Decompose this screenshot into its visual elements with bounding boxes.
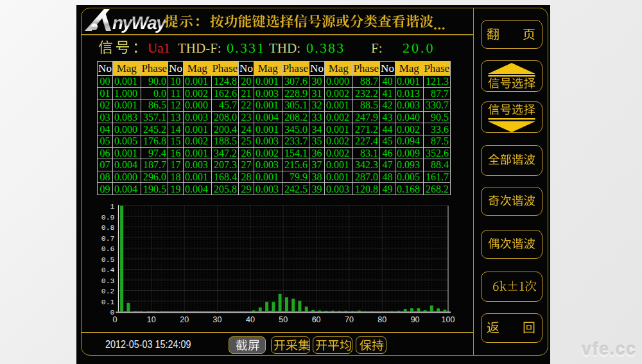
svg-text:0.8: 0.8 bbox=[101, 223, 115, 232]
svg-text:0.3: 0.3 bbox=[101, 277, 115, 285]
svg-text:0.2: 0.2 bbox=[101, 287, 115, 295]
svg-text:0.6: 0.6 bbox=[101, 245, 115, 253]
svg-text:1: 1 bbox=[110, 202, 115, 211]
svg-text:20: 20 bbox=[180, 315, 189, 324]
svg-text:70: 70 bbox=[345, 315, 354, 324]
svg-text:0.4: 0.4 bbox=[101, 266, 115, 274]
svg-text:60: 60 bbox=[312, 315, 321, 324]
svg-text:80: 80 bbox=[377, 315, 386, 324]
svg-text:0.1: 0.1 bbox=[101, 298, 115, 306]
svg-text:0.7: 0.7 bbox=[101, 234, 115, 243]
svg-text:0.9: 0.9 bbox=[101, 213, 115, 221]
svg-text:100: 100 bbox=[442, 315, 455, 324]
svg-text:40: 40 bbox=[246, 315, 255, 324]
svg-text:50: 50 bbox=[279, 315, 288, 324]
svg-text:0: 0 bbox=[113, 315, 117, 324]
svg-text:90: 90 bbox=[411, 315, 420, 324]
svg-text:10: 10 bbox=[147, 315, 156, 324]
svg-text:30: 30 bbox=[213, 315, 222, 324]
svg-text:0.5: 0.5 bbox=[101, 256, 115, 264]
